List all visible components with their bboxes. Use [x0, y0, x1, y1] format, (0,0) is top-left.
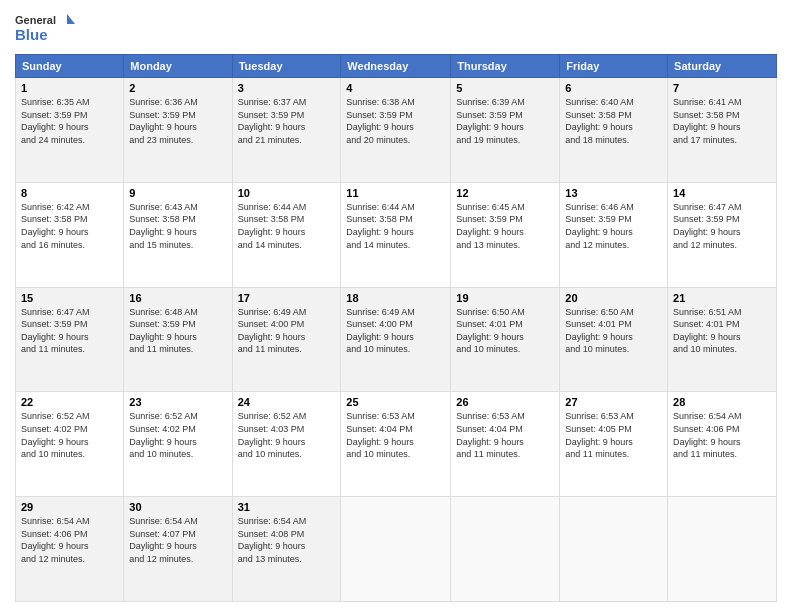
day-number: 5: [456, 82, 554, 94]
calendar-cell: 25 Sunrise: 6:53 AM Sunset: 4:04 PM Dayl…: [341, 392, 451, 497]
day-info: Sunrise: 6:49 AM Sunset: 4:00 PM Dayligh…: [238, 306, 336, 356]
day-info: Sunrise: 6:54 AM Sunset: 4:06 PM Dayligh…: [673, 410, 771, 460]
calendar-cell: 4 Sunrise: 6:38 AM Sunset: 3:59 PM Dayli…: [341, 78, 451, 183]
day-info: Sunrise: 6:40 AM Sunset: 3:58 PM Dayligh…: [565, 96, 662, 146]
day-header-saturday: Saturday: [668, 55, 777, 78]
day-number: 22: [21, 396, 118, 408]
day-number: 24: [238, 396, 336, 408]
day-header-thursday: Thursday: [451, 55, 560, 78]
day-info: Sunrise: 6:53 AM Sunset: 4:04 PM Dayligh…: [346, 410, 445, 460]
day-info: Sunrise: 6:46 AM Sunset: 3:59 PM Dayligh…: [565, 201, 662, 251]
calendar-cell: 27 Sunrise: 6:53 AM Sunset: 4:05 PM Dayl…: [560, 392, 668, 497]
day-header-wednesday: Wednesday: [341, 55, 451, 78]
day-info: Sunrise: 6:44 AM Sunset: 3:58 PM Dayligh…: [346, 201, 445, 251]
day-number: 1: [21, 82, 118, 94]
logo: General Blue: [15, 10, 75, 46]
day-number: 25: [346, 396, 445, 408]
day-number: 29: [21, 501, 118, 513]
day-info: Sunrise: 6:48 AM Sunset: 3:59 PM Dayligh…: [129, 306, 226, 356]
day-info: Sunrise: 6:37 AM Sunset: 3:59 PM Dayligh…: [238, 96, 336, 146]
day-info: Sunrise: 6:35 AM Sunset: 3:59 PM Dayligh…: [21, 96, 118, 146]
day-info: Sunrise: 6:54 AM Sunset: 4:08 PM Dayligh…: [238, 515, 336, 565]
calendar-cell: 29 Sunrise: 6:54 AM Sunset: 4:06 PM Dayl…: [16, 497, 124, 602]
calendar-cell: 8 Sunrise: 6:42 AM Sunset: 3:58 PM Dayli…: [16, 182, 124, 287]
day-number: 2: [129, 82, 226, 94]
day-info: Sunrise: 6:45 AM Sunset: 3:59 PM Dayligh…: [456, 201, 554, 251]
page: General Blue SundayMondayTuesdayWednesda…: [0, 0, 792, 612]
calendar-week-row: 22 Sunrise: 6:52 AM Sunset: 4:02 PM Dayl…: [16, 392, 777, 497]
calendar-week-row: 1 Sunrise: 6:35 AM Sunset: 3:59 PM Dayli…: [16, 78, 777, 183]
day-info: Sunrise: 6:49 AM Sunset: 4:00 PM Dayligh…: [346, 306, 445, 356]
day-number: 27: [565, 396, 662, 408]
day-number: 26: [456, 396, 554, 408]
svg-text:General: General: [15, 14, 56, 26]
calendar-cell: [451, 497, 560, 602]
day-number: 14: [673, 187, 771, 199]
calendar-cell: 12 Sunrise: 6:45 AM Sunset: 3:59 PM Dayl…: [451, 182, 560, 287]
day-number: 23: [129, 396, 226, 408]
calendar-cell: 6 Sunrise: 6:40 AM Sunset: 3:58 PM Dayli…: [560, 78, 668, 183]
day-info: Sunrise: 6:50 AM Sunset: 4:01 PM Dayligh…: [456, 306, 554, 356]
day-info: Sunrise: 6:52 AM Sunset: 4:03 PM Dayligh…: [238, 410, 336, 460]
svg-marker-2: [67, 14, 75, 24]
calendar-cell: 11 Sunrise: 6:44 AM Sunset: 3:58 PM Dayl…: [341, 182, 451, 287]
day-info: Sunrise: 6:38 AM Sunset: 3:59 PM Dayligh…: [346, 96, 445, 146]
calendar-week-row: 29 Sunrise: 6:54 AM Sunset: 4:06 PM Dayl…: [16, 497, 777, 602]
calendar-cell: 22 Sunrise: 6:52 AM Sunset: 4:02 PM Dayl…: [16, 392, 124, 497]
calendar-cell: 31 Sunrise: 6:54 AM Sunset: 4:08 PM Dayl…: [232, 497, 341, 602]
day-info: Sunrise: 6:36 AM Sunset: 3:59 PM Dayligh…: [129, 96, 226, 146]
day-number: 28: [673, 396, 771, 408]
day-info: Sunrise: 6:54 AM Sunset: 4:07 PM Dayligh…: [129, 515, 226, 565]
day-info: Sunrise: 6:42 AM Sunset: 3:58 PM Dayligh…: [21, 201, 118, 251]
day-info: Sunrise: 6:53 AM Sunset: 4:04 PM Dayligh…: [456, 410, 554, 460]
day-header-tuesday: Tuesday: [232, 55, 341, 78]
calendar-cell: 15 Sunrise: 6:47 AM Sunset: 3:59 PM Dayl…: [16, 287, 124, 392]
day-number: 19: [456, 292, 554, 304]
day-number: 17: [238, 292, 336, 304]
calendar-cell: 17 Sunrise: 6:49 AM Sunset: 4:00 PM Dayl…: [232, 287, 341, 392]
day-header-friday: Friday: [560, 55, 668, 78]
day-number: 15: [21, 292, 118, 304]
day-info: Sunrise: 6:44 AM Sunset: 3:58 PM Dayligh…: [238, 201, 336, 251]
day-number: 13: [565, 187, 662, 199]
calendar-cell: 13 Sunrise: 6:46 AM Sunset: 3:59 PM Dayl…: [560, 182, 668, 287]
day-number: 6: [565, 82, 662, 94]
day-number: 9: [129, 187, 226, 199]
day-header-monday: Monday: [124, 55, 232, 78]
calendar-cell: 26 Sunrise: 6:53 AM Sunset: 4:04 PM Dayl…: [451, 392, 560, 497]
calendar-cell: [341, 497, 451, 602]
svg-text:Blue: Blue: [15, 26, 48, 43]
day-number: 30: [129, 501, 226, 513]
day-number: 31: [238, 501, 336, 513]
day-info: Sunrise: 6:50 AM Sunset: 4:01 PM Dayligh…: [565, 306, 662, 356]
calendar-cell: 2 Sunrise: 6:36 AM Sunset: 3:59 PM Dayli…: [124, 78, 232, 183]
day-info: Sunrise: 6:41 AM Sunset: 3:58 PM Dayligh…: [673, 96, 771, 146]
calendar-cell: [560, 497, 668, 602]
generalblue-logo: General Blue: [15, 10, 75, 46]
day-number: 8: [21, 187, 118, 199]
day-number: 20: [565, 292, 662, 304]
day-info: Sunrise: 6:51 AM Sunset: 4:01 PM Dayligh…: [673, 306, 771, 356]
calendar-cell: 5 Sunrise: 6:39 AM Sunset: 3:59 PM Dayli…: [451, 78, 560, 183]
day-info: Sunrise: 6:54 AM Sunset: 4:06 PM Dayligh…: [21, 515, 118, 565]
calendar-cell: 24 Sunrise: 6:52 AM Sunset: 4:03 PM Dayl…: [232, 392, 341, 497]
calendar-cell: 9 Sunrise: 6:43 AM Sunset: 3:58 PM Dayli…: [124, 182, 232, 287]
calendar-cell: 20 Sunrise: 6:50 AM Sunset: 4:01 PM Dayl…: [560, 287, 668, 392]
day-number: 3: [238, 82, 336, 94]
calendar-cell: 23 Sunrise: 6:52 AM Sunset: 4:02 PM Dayl…: [124, 392, 232, 497]
calendar-cell: 21 Sunrise: 6:51 AM Sunset: 4:01 PM Dayl…: [668, 287, 777, 392]
day-number: 4: [346, 82, 445, 94]
day-info: Sunrise: 6:52 AM Sunset: 4:02 PM Dayligh…: [21, 410, 118, 460]
day-number: 7: [673, 82, 771, 94]
calendar-table: SundayMondayTuesdayWednesdayThursdayFrid…: [15, 54, 777, 602]
calendar-cell: 7 Sunrise: 6:41 AM Sunset: 3:58 PM Dayli…: [668, 78, 777, 183]
day-header-sunday: Sunday: [16, 55, 124, 78]
day-info: Sunrise: 6:43 AM Sunset: 3:58 PM Dayligh…: [129, 201, 226, 251]
calendar-header-row: SundayMondayTuesdayWednesdayThursdayFrid…: [16, 55, 777, 78]
calendar-cell: 10 Sunrise: 6:44 AM Sunset: 3:58 PM Dayl…: [232, 182, 341, 287]
day-number: 16: [129, 292, 226, 304]
day-info: Sunrise: 6:47 AM Sunset: 3:59 PM Dayligh…: [21, 306, 118, 356]
header: General Blue: [15, 10, 777, 46]
calendar-cell: 30 Sunrise: 6:54 AM Sunset: 4:07 PM Dayl…: [124, 497, 232, 602]
day-info: Sunrise: 6:39 AM Sunset: 3:59 PM Dayligh…: [456, 96, 554, 146]
